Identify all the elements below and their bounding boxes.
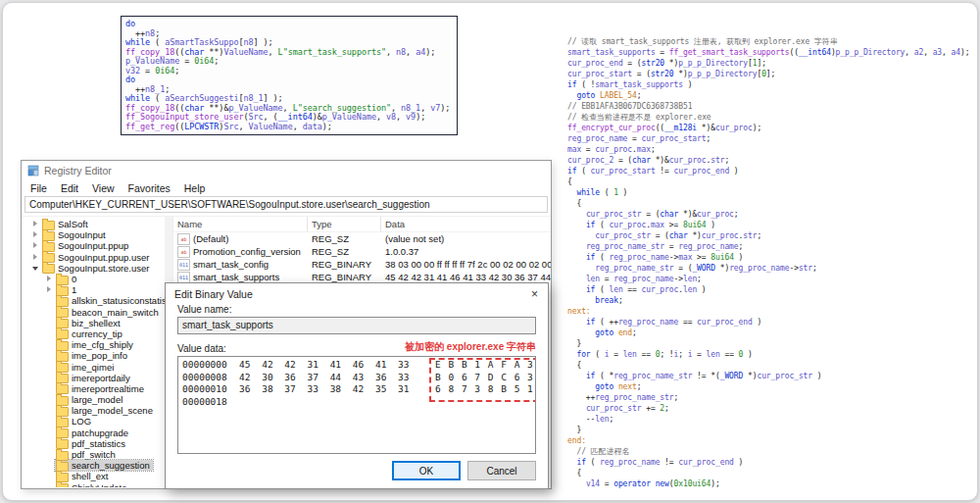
no-arrow bbox=[45, 450, 54, 459]
no-arrow bbox=[45, 340, 54, 349]
tree-item-large_model_scene[interactable]: large_model_scene bbox=[22, 405, 165, 416]
code-line: v14 = operator new(0x10ui64); bbox=[567, 478, 979, 489]
code-line: if ( *reg_proc_name_str != *(_WORD *)cur… bbox=[567, 371, 979, 381]
code-line: if ( cur_proc.max >= 8ui64 ) bbox=[567, 220, 979, 230]
address-input[interactable]: Computer\HKEY_CURRENT_USER\SOFTWARE\Sogo… bbox=[24, 196, 548, 213]
tree-item-imereportrealtime[interactable]: imereportrealtime bbox=[22, 383, 165, 394]
tree-item-SogouInput.store.user[interactable]: SogouInput.store.user bbox=[22, 263, 165, 274]
tree-item-SogouInput.ppup[interactable]: SogouInput.ppup bbox=[22, 240, 165, 251]
menu-edit[interactable]: Edit bbox=[54, 181, 85, 195]
tree-item-SogouInput.ppup.user[interactable]: SogouInput.ppup.user bbox=[22, 252, 165, 263]
tree-item-shell_ext[interactable]: shell_ext bbox=[22, 471, 165, 481]
menu-file[interactable]: File bbox=[24, 181, 54, 195]
tree-label: currency_tip bbox=[72, 328, 122, 339]
no-arrow bbox=[45, 428, 54, 437]
code-line: cur_proc_end = (str20 *)p_p_p_Directory[… bbox=[567, 58, 979, 69]
tree-item-ime_qimei[interactable]: ime_qimei bbox=[22, 361, 165, 372]
menu-help[interactable]: Help bbox=[177, 181, 213, 195]
tree-item-large_model[interactable]: large_model bbox=[22, 394, 165, 405]
tree-label: LOG bbox=[72, 416, 91, 427]
code-line: ff_encrypt_cur_proc((__m128i *)&cur_proc… bbox=[567, 123, 979, 133]
collapsed-arrow-icon[interactable] bbox=[45, 275, 54, 283]
code-line: goto next; bbox=[567, 381, 979, 392]
no-arrow bbox=[45, 483, 54, 487]
tree-label: SogouInput.ppup.user bbox=[58, 252, 150, 263]
hex-offset: 00000000 bbox=[182, 359, 239, 372]
tree-item-ime_cfg_shiply[interactable]: ime_cfg_shiply bbox=[22, 339, 165, 350]
tree-label: ime_qimei bbox=[72, 362, 114, 373]
ok-button[interactable]: OK bbox=[392, 461, 461, 480]
code-line: while ( 1 ) bbox=[567, 187, 979, 198]
tree-item-ShiplyUpdate[interactable]: ShiplyUpdate bbox=[22, 482, 165, 488]
value-data: (value not set) bbox=[381, 233, 551, 244]
code-line: goto LABEL_54; bbox=[567, 90, 979, 101]
no-arrow bbox=[45, 439, 54, 448]
value-row-(Default)[interactable]: ab(Default)REG_SZ(value not set) bbox=[173, 232, 551, 245]
value-row-smart_task_config[interactable]: 011smart_task_configREG_BINARY38 03 00 0… bbox=[173, 258, 551, 271]
tree-item-0[interactable]: 0 bbox=[22, 274, 165, 284]
tree-item-imereportdaily[interactable]: imereportdaily bbox=[22, 373, 165, 383]
tree-item-SogouInput[interactable]: SogouInput bbox=[22, 229, 165, 240]
tree-label: large_model_scene bbox=[72, 405, 153, 416]
code-line: cur_proc_str = (char *)&cur_proc; bbox=[567, 209, 979, 220]
tree-label: search_suggestion bbox=[72, 460, 150, 471]
tree-label: SogouInput bbox=[58, 229, 106, 240]
value-name-field[interactable]: smart_task_supports bbox=[177, 317, 536, 334]
column-header-data[interactable]: Data bbox=[381, 217, 551, 231]
tree-item-search_suggestion[interactable]: search_suggestion bbox=[22, 460, 165, 471]
cancel-button[interactable]: Cancel bbox=[467, 461, 536, 480]
code-line: goto end; bbox=[567, 327, 979, 338]
menu-view[interactable]: View bbox=[85, 181, 122, 195]
no-arrow bbox=[45, 319, 54, 327]
tree-item-beacon_main_switch[interactable]: beacon_main_switch bbox=[22, 307, 165, 318]
close-icon[interactable]: × bbox=[528, 287, 541, 301]
no-arrow bbox=[45, 395, 54, 404]
dialog-titlebar[interactable]: Edit Binary Value × bbox=[166, 283, 548, 304]
code-right-body: // 读取 smart_task_supports 注册表, 获取到 explo… bbox=[567, 36, 979, 489]
value-type: REG_BINARY bbox=[308, 272, 381, 282]
collapsed-arrow-icon[interactable] bbox=[31, 241, 40, 250]
code-line: } bbox=[567, 338, 979, 349]
tree-label: beacon_main_switch bbox=[72, 307, 159, 318]
registry-titlebar[interactable]: Registry Editor bbox=[22, 161, 551, 180]
no-arrow bbox=[45, 417, 54, 426]
tree-item-1[interactable]: 1 bbox=[22, 284, 165, 295]
collapsed-arrow-icon[interactable] bbox=[31, 220, 40, 228]
code-line: for ( i = len == 0; !i; i = len == 0 ) bbox=[567, 349, 979, 360]
tree-label: pdf_statistics bbox=[72, 438, 125, 449]
tree-item-pdf_statistics[interactable]: pdf_statistics bbox=[22, 438, 165, 449]
value-name: smart_task_config bbox=[193, 259, 269, 270]
tree-item-SalSoft[interactable]: SalSoft bbox=[22, 219, 165, 229]
value-name: (Default) bbox=[193, 233, 228, 244]
value-row-Promotion_config_version[interactable]: abPromotion_config_versionREG_SZ1.0.0.37 bbox=[173, 245, 551, 258]
content-card: do ++n8;while ( aSmartTaskSuppo[n8] );ff… bbox=[2, 2, 978, 501]
code-top-body: do ++n8;while ( aSmartTaskSuppo[n8] );ff… bbox=[125, 20, 453, 131]
code-line: { bbox=[567, 360, 979, 371]
tree-item-ime_pop_info[interactable]: ime_pop_info bbox=[22, 350, 165, 361]
collapsed-arrow-icon[interactable] bbox=[45, 285, 54, 294]
tree-item-biz_shellext[interactable]: biz_shellext bbox=[22, 318, 165, 328]
collapsed-arrow-icon[interactable] bbox=[31, 253, 40, 262]
edit-binary-value-dialog: Edit Binary Value × Value name: smart_ta… bbox=[165, 282, 549, 489]
tree-label: large_model bbox=[72, 394, 122, 405]
code-line: if ( len == cur_proc.len ) bbox=[567, 284, 979, 295]
tree-item-patchupgrade[interactable]: patchupgrade bbox=[22, 428, 165, 438]
expanded-arrow-icon[interactable] bbox=[31, 264, 40, 273]
menu-favorites[interactable]: Favorites bbox=[122, 181, 177, 195]
column-header-type[interactable]: Type bbox=[308, 217, 381, 231]
hex-editor[interactable]: 0000000045 42 42 31 41 46 41 33E B B 1 A… bbox=[177, 356, 536, 454]
hex-bytes: 45 42 42 31 41 46 41 33 bbox=[239, 359, 435, 372]
no-arrow bbox=[45, 296, 54, 305]
code-line: smart_task_supports = ff_get_smart_task_… bbox=[567, 47, 979, 58]
tree-item-currency_tip[interactable]: currency_tip bbox=[22, 328, 165, 339]
tree-label: biz_shellext bbox=[72, 318, 121, 328]
code-line: // 读取 smart_task_supports 注册表, 获取到 explo… bbox=[567, 36, 979, 47]
value-type: REG_SZ bbox=[308, 246, 381, 257]
tree-item-allskin_statusiconstatistics[interactable]: allskin_statusiconstatistics bbox=[22, 295, 165, 306]
tree-item-LOG[interactable]: LOG bbox=[22, 416, 165, 427]
column-header-name[interactable]: Name bbox=[173, 217, 308, 231]
code-line: max = cur_proc.max; bbox=[567, 144, 979, 155]
tree-item-pdf_switch[interactable]: pdf_switch bbox=[22, 449, 165, 460]
collapsed-arrow-icon[interactable] bbox=[31, 230, 40, 239]
code-line: end: bbox=[567, 435, 979, 446]
